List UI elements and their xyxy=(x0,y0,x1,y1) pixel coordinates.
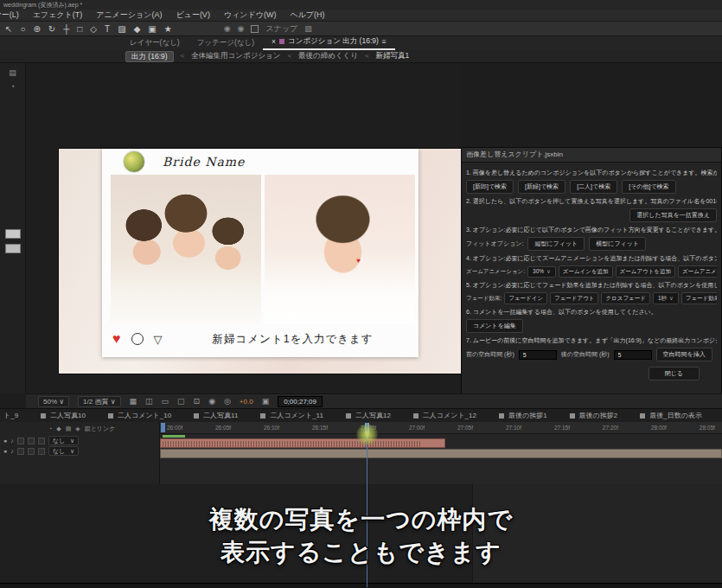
chevron-down-icon: ∨ xyxy=(70,437,74,444)
blank-before-input[interactable] xyxy=(519,350,557,360)
footage-thumbnail[interactable] xyxy=(5,244,21,253)
breadcrumb-root[interactable]: 出力 (16:9) xyxy=(125,51,174,62)
remove-zoom-animation-button[interactable]: ズームアニメーションを除去 xyxy=(678,265,717,278)
timeline-tab[interactable]: 二人写真11 xyxy=(194,411,238,420)
menu-view[interactable]: ビュー(V) xyxy=(176,10,209,21)
footage-thumbnail[interactable] xyxy=(5,229,21,239)
search-groom-button[interactable]: [新郎]で検索 xyxy=(466,180,514,194)
zoom-tool-icon[interactable]: ⊕ xyxy=(33,24,40,34)
timeline-tab[interactable]: 二人コメント_12 xyxy=(413,411,476,420)
audio-toggle-icon[interactable]: ♪ xyxy=(10,438,14,444)
parent-dropdown[interactable]: なし∨ xyxy=(48,446,79,456)
current-timecode[interactable]: 0;00;27;09 xyxy=(278,396,323,407)
channel-icon[interactable]: ◎ xyxy=(224,397,231,406)
panel-menu-icon[interactable]: ≡ xyxy=(382,37,387,46)
mask-toggle-icon[interactable]: ◫ xyxy=(145,397,153,406)
layer-bar-selected[interactable] xyxy=(160,438,445,448)
layer-row[interactable]: ● ♪ なし∨ xyxy=(0,446,159,456)
workspace-icon[interactable]: ◉ xyxy=(224,24,231,33)
edit-comments-button[interactable]: コメントを編集 xyxy=(466,319,523,333)
tab-layer[interactable]: レイヤー(なし) xyxy=(121,36,188,50)
timeline-tab[interactable]: 二人写真12 xyxy=(346,411,391,420)
timeline-tab[interactable]: ト_9 xyxy=(3,411,18,420)
remove-fade-button[interactable]: フェード効果を除去 xyxy=(681,292,717,304)
panel-clock-icon[interactable]: ◔ xyxy=(0,82,25,91)
snap-checkbox[interactable] xyxy=(251,25,259,33)
region-of-interest-icon[interactable]: ▭ xyxy=(162,397,169,406)
shy-switch[interactable] xyxy=(17,448,24,455)
time-ruler[interactable]: 26:00f26:05f 26:10f26:15f 26:20f27:00f 2… xyxy=(160,422,722,434)
composition-viewer[interactable]: Bride Name ♥ ♥ ▽ 新婦コメント1を入力できます xyxy=(26,63,461,393)
fast-preview-icon[interactable]: ◉ xyxy=(208,397,215,406)
search-other-button[interactable]: [その他]で検索 xyxy=(622,180,675,194)
menu-window[interactable]: ウィンドウ(W) xyxy=(224,10,277,21)
transparency-grid-icon[interactable]: ▢ xyxy=(177,397,185,406)
snapshot-camera-icon[interactable]: ▣ xyxy=(262,397,270,406)
tab-footage[interactable]: フッテージ(なし) xyxy=(188,36,263,50)
insert-blank-time-button[interactable]: 空白時間を挿入 xyxy=(656,348,712,361)
zoom-amount-dropdown[interactable]: 30%∨ xyxy=(527,266,556,278)
motion-blur-switch[interactable] xyxy=(38,448,45,455)
menu-effect[interactable]: エフェクト(T) xyxy=(33,10,83,21)
effects-switch[interactable] xyxy=(28,438,35,444)
fade-duration-dropdown[interactable]: 1秒∨ xyxy=(653,292,679,304)
people-icon: ◉ xyxy=(238,24,245,33)
eraser-tool-icon[interactable]: ▣ xyxy=(148,24,156,34)
timeline-tab[interactable]: 最後_日数の表示 xyxy=(640,411,702,420)
tab-composition[interactable]: × コンポジション 出力 (16:9) ≡ xyxy=(263,35,395,50)
timeline-tab[interactable]: 二人写真10 xyxy=(41,411,86,420)
fade-out-button[interactable]: フェードアウト xyxy=(550,292,598,304)
fade-in-button[interactable]: フェードイン xyxy=(504,292,547,304)
fit-vertical-button[interactable]: 縦型にフィット xyxy=(527,237,585,251)
timeline-tab[interactable]: 二人コメント_11 xyxy=(260,411,323,420)
add-zoom-out-button[interactable]: ズームアウトを追加 xyxy=(616,265,675,278)
search-couple-button[interactable]: [二人]で検索 xyxy=(570,180,617,194)
pen-tool-icon[interactable]: ◇ xyxy=(90,24,97,34)
replace-photos-button[interactable]: 選択した写真を一括置換え xyxy=(629,208,717,222)
magnification-dropdown[interactable]: 50% ∨ xyxy=(38,396,69,407)
panel-list-icon[interactable]: ▤ xyxy=(0,68,25,77)
resolution-dropdown[interactable]: 1/2 画質 ∨ xyxy=(78,396,120,407)
close-icon[interactable]: × xyxy=(272,37,276,46)
timeline-tab[interactable]: 二人コメント_10 xyxy=(108,411,171,420)
effects-switch[interactable] xyxy=(28,448,35,455)
text-tool-icon[interactable]: T xyxy=(105,24,110,34)
script-step-6-buttons: コメントを編集 xyxy=(466,319,717,333)
layer-row[interactable]: ● ♪ なし∨ xyxy=(0,436,159,445)
mask-tool-icon[interactable]: □ xyxy=(77,24,82,34)
timeline-tab[interactable]: 最後の挨拶2 xyxy=(570,411,618,420)
brush-tool-icon[interactable]: ▨ xyxy=(118,24,125,34)
shy-switch[interactable] xyxy=(17,438,24,444)
menu-animation[interactable]: アニメーション(A) xyxy=(96,10,162,21)
grid-guides-icon[interactable]: ▦ xyxy=(130,397,137,406)
pan-behind-tool-icon[interactable]: ┼ xyxy=(63,24,69,34)
add-zoom-in-button[interactable]: ズームインを追加 xyxy=(559,265,613,278)
search-bride-button[interactable]: [新婦]で検索 xyxy=(518,180,565,194)
hand-tool-icon[interactable]: ○ xyxy=(20,24,25,34)
breadcrumb-item-1[interactable]: 全体編集用コンポジション xyxy=(191,51,280,61)
timeline-tab[interactable]: 最後の挨拶1 xyxy=(499,411,547,420)
selection-tool-icon[interactable]: ↖ xyxy=(5,24,12,34)
grid-options-icon[interactable]: ▧ xyxy=(304,24,312,33)
video-toggle-icon[interactable]: ● xyxy=(3,438,7,444)
work-area-start-handle[interactable] xyxy=(161,423,165,432)
motion-blur-switch[interactable] xyxy=(38,438,45,444)
video-toggle-icon[interactable]: ● xyxy=(3,448,7,454)
cross-fade-button[interactable]: クロスフェード xyxy=(601,292,649,304)
fit-horizontal-button[interactable]: 横型にフィット xyxy=(589,237,646,251)
rotate-tool-icon[interactable]: ↻ xyxy=(48,24,55,34)
timeline-graph[interactable]: 26:00f26:05f 26:10f26:15f 26:20f27:00f 2… xyxy=(160,422,722,484)
parent-dropdown[interactable]: なし∨ xyxy=(48,436,79,445)
breadcrumb-item-3[interactable]: 新婦写真1 xyxy=(375,51,409,61)
blank-after-input[interactable] xyxy=(614,350,652,360)
exposure-value[interactable]: +0.0 xyxy=(240,398,253,406)
pixel-aspect-icon[interactable]: ⊡ xyxy=(194,397,201,406)
clone-stamp-tool-icon[interactable]: ◆ xyxy=(134,24,141,34)
layer-bar[interactable] xyxy=(160,449,722,458)
menu-layer[interactable]: レイヤー(L) xyxy=(0,10,19,21)
audio-toggle-icon[interactable]: ♪ xyxy=(10,448,14,454)
close-button[interactable]: 閉じる xyxy=(649,367,700,380)
menu-help[interactable]: ヘルプ(H) xyxy=(290,10,324,21)
breadcrumb-item-2[interactable]: 最後の締めくくり xyxy=(298,51,358,61)
puppet-tool-icon[interactable]: ★ xyxy=(164,24,172,34)
